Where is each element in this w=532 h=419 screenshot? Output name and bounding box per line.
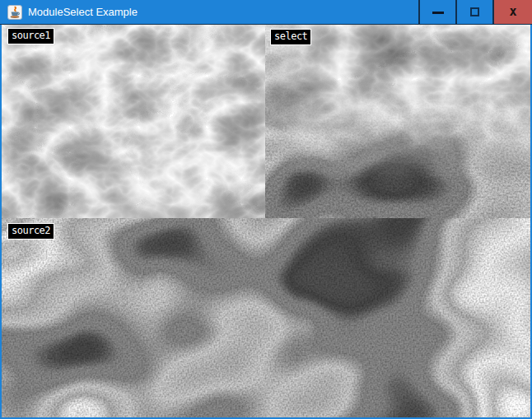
- minimize-icon: [432, 12, 444, 14]
- panel-source2: source2: [2, 218, 530, 417]
- close-icon: x: [509, 6, 516, 18]
- source1-noise-image: [2, 25, 265, 218]
- java-coffee-cup-icon: [7, 5, 22, 20]
- window-controls: x: [418, 0, 532, 24]
- close-button[interactable]: x: [492, 0, 532, 24]
- maximize-icon: [470, 7, 479, 16]
- label-source2: source2: [7, 223, 54, 240]
- noise-render-canvas: source1 select source2: [2, 25, 530, 417]
- panel-select: select: [265, 25, 530, 218]
- source2-noise-image: [2, 218, 530, 417]
- maximize-button[interactable]: [455, 0, 492, 24]
- label-source1: source1: [7, 28, 54, 44]
- select-noise-image-blend: [265, 25, 530, 218]
- app-window: ModuleSelect Example x source1: [0, 0, 532, 419]
- label-select: select: [270, 29, 311, 45]
- minimize-button[interactable]: [418, 0, 455, 24]
- panel-source1: source1: [2, 25, 265, 218]
- window-title: ModuleSelect Example: [28, 0, 418, 24]
- titlebar[interactable]: ModuleSelect Example x: [0, 0, 532, 25]
